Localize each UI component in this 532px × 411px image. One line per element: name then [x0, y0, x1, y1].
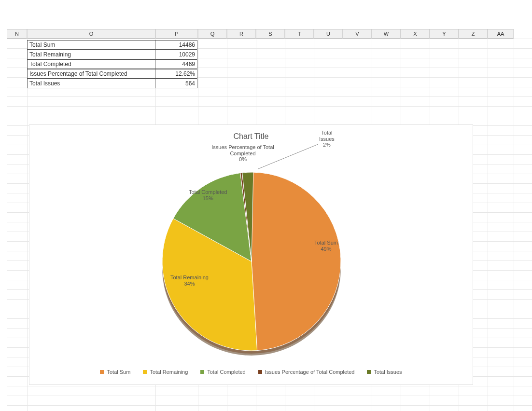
col-header-Z[interactable]: Z: [459, 29, 488, 39]
col-header-U[interactable]: U: [314, 29, 343, 39]
legend-label: Total Issues: [374, 369, 402, 375]
col-header-S[interactable]: S: [256, 29, 285, 39]
legend-swatch: [200, 370, 204, 374]
slice-label-total-remaining: Total Remaining34%: [170, 274, 209, 287]
legend-swatch: [258, 370, 262, 374]
table-row-value[interactable]: 564: [155, 79, 197, 88]
legend-label: Total Remaining: [150, 369, 188, 375]
legend-item: Total Sum: [100, 369, 130, 375]
table-row-label[interactable]: Total Remaining: [27, 50, 155, 59]
spreadsheet-window: NOPQRSTUVWXYZAA Total Sum14486Total Rema…: [0, 0, 532, 411]
table-row-label[interactable]: Total Completed: [27, 59, 155, 69]
col-header-O[interactable]: O: [27, 29, 155, 39]
pie-chart-container[interactable]: Chart Title Total Sum49% Total Remaining…: [29, 124, 473, 385]
col-header-V[interactable]: V: [343, 29, 372, 39]
slice-label-total-sum: Total Sum49%: [314, 240, 338, 252]
col-header-Y[interactable]: Y: [430, 29, 459, 39]
table-row-value[interactable]: 14486: [155, 40, 197, 50]
table-row-value[interactable]: 4469: [155, 59, 197, 69]
table-row-label[interactable]: Total Sum: [27, 40, 155, 50]
col-header-R[interactable]: R: [227, 29, 256, 39]
legend-label: Total Sum: [107, 369, 130, 375]
table-row-label[interactable]: Issues Percentage of Total Completed: [27, 69, 155, 79]
slice-label-issues-pct: Issues Percentage of TotalCompleted0%: [204, 144, 281, 163]
legend-swatch: [100, 370, 104, 374]
col-header-P[interactable]: P: [155, 29, 198, 39]
table-row-label[interactable]: Total Issues: [27, 79, 155, 88]
slice-label-total-issues: TotalIssues2%: [319, 130, 335, 148]
chart-title: Chart Title: [234, 132, 269, 141]
chart-legend: Total SumTotal RemainingTotal CompletedI…: [29, 369, 473, 375]
col-header-N[interactable]: N: [7, 29, 27, 39]
legend-item: Total Issues: [367, 369, 402, 375]
legend-label: Issues Percentage of Total Completed: [265, 369, 355, 375]
legend-swatch: [143, 370, 147, 374]
col-header-X[interactable]: X: [401, 29, 430, 39]
legend-item: Total Remaining: [143, 369, 188, 375]
legend-item: Total Completed: [200, 369, 246, 375]
table-row-value[interactable]: 12.62%: [155, 69, 197, 79]
col-header-AA[interactable]: AA: [488, 29, 514, 39]
pie-chart: [160, 167, 343, 360]
grid-area[interactable]: NOPQRSTUVWXYZAA Total Sum14486Total Rema…: [0, 0, 532, 411]
table-row-value[interactable]: 10029: [155, 50, 197, 59]
legend-label: Total Completed: [207, 369, 246, 375]
col-header-Q[interactable]: Q: [198, 29, 227, 39]
slice-label-total-completed: Total Completed15%: [189, 189, 227, 201]
col-header-W[interactable]: W: [372, 29, 401, 39]
col-header-T[interactable]: T: [285, 29, 314, 39]
legend-item: Issues Percentage of Total Completed: [258, 369, 355, 375]
legend-swatch: [367, 370, 371, 374]
